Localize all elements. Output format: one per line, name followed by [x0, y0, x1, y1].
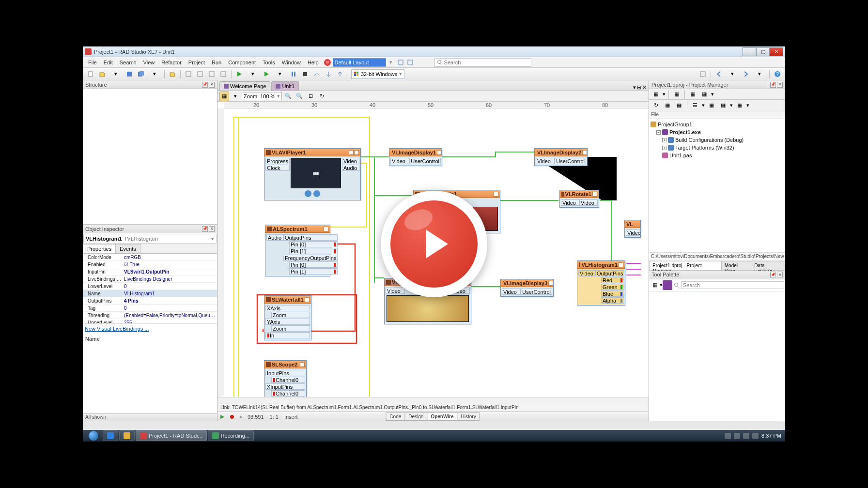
pin-1[interactable]: Pin [1]▮: [289, 248, 338, 254]
step-over-button[interactable]: [312, 69, 322, 79]
dt-btn-1[interactable]: ▦: [219, 92, 229, 101]
oi-row[interactable]: Threading(Enabled=False,Priority=tpNorma…: [83, 312, 217, 319]
tab-properties[interactable]: Properties: [83, 244, 116, 253]
close-panel-icon[interactable]: ✕: [777, 272, 783, 277]
tb-btn-b[interactable]: [195, 69, 205, 79]
nav-fwd-button[interactable]: [741, 69, 751, 79]
refresh-icon[interactable]: ↻: [317, 92, 326, 101]
node-tool-icon[interactable]: [494, 192, 498, 197]
pin-freqoutputpins[interactable]: FrequencyOutputPins: [283, 255, 338, 261]
design-canvas[interactable]: VLAVIPlayer1 Progress Clock ▮▮▮ Video: [224, 108, 649, 397]
run-dropdown[interactable]: ▾: [246, 69, 260, 79]
pin-video-in[interactable]: Video: [386, 288, 405, 294]
play-icon[interactable]: [305, 190, 311, 197]
pm-btn-icon[interactable]: ▦: [735, 101, 744, 110]
oi-grid[interactable]: ColorModecmRGBEnabled☑ TrueInputPinVLSwi…: [83, 254, 217, 323]
nav-back-button[interactable]: [714, 69, 724, 79]
expand-icon[interactable]: +: [662, 138, 666, 142]
menu-search[interactable]: Search: [116, 58, 140, 67]
layout-btn-2[interactable]: [405, 58, 415, 67]
close-panel-icon[interactable]: ✕: [209, 82, 215, 88]
node-cut[interactable]: VL Video: [624, 220, 641, 238]
minimize-button[interactable]: —: [743, 47, 756, 56]
node-tool-icon[interactable]: [300, 362, 305, 367]
pin-video[interactable]: Video: [415, 199, 434, 206]
pin-blue[interactable]: Blue▮: [601, 290, 624, 297]
tb-btn-a[interactable]: [184, 69, 193, 79]
saveall-button[interactable]: [136, 69, 146, 79]
node-histogram[interactable]: VLHistogram1 Video OutputPins Red▮ Green…: [577, 260, 625, 305]
pin-video-out[interactable]: Video: [450, 288, 470, 294]
close-panel-icon[interactable]: ✕: [777, 82, 783, 88]
tab-history[interactable]: History: [457, 412, 480, 421]
status-square-icon[interactable]: ▫: [240, 414, 242, 420]
pin-outputpins[interactable]: OutputPins: [283, 234, 338, 241]
taskbar-item-recording[interactable]: Recording...: [208, 430, 254, 441]
oi-row[interactable]: NameVLHistogram1: [83, 290, 217, 297]
pm-btn-icon[interactable]: ▦: [663, 101, 672, 110]
pin-in[interactable]: ▮In: [265, 332, 310, 338]
zoom-fit-icon[interactable]: ⊡: [306, 92, 315, 101]
pin-video-in[interactable]: Video: [561, 199, 579, 206]
tab-events[interactable]: Events: [115, 244, 140, 253]
folder-button[interactable]: [168, 69, 177, 79]
pin-zoom[interactable]: Zoom: [271, 312, 310, 318]
expand-icon[interactable]: +: [662, 146, 666, 150]
close-button[interactable]: ✕: [770, 47, 783, 56]
project-manager-header[interactable]: Project1.dproj - Project Manager 📌 ✕: [649, 80, 785, 89]
tool-palette-header[interactable]: Tool Palette 📌 ✕: [649, 271, 785, 279]
new-button[interactable]: [86, 69, 95, 79]
oi-new-livebindings-link[interactable]: New Visual LiveBindings ...: [83, 323, 217, 334]
pin-red[interactable]: Red▮: [601, 277, 624, 283]
menu-window[interactable]: Window: [279, 58, 304, 67]
step-out-button[interactable]: [335, 69, 345, 79]
node-imagedisplay1[interactable]: VLImageDisplay1 Video UserControl: [389, 148, 442, 166]
help-red-icon[interactable]: ⦸: [324, 59, 331, 66]
tray-clock[interactable]: 8:37 PM: [761, 433, 781, 439]
pin-0[interactable]: Pin [0]▮: [289, 241, 338, 247]
tab-close-icon[interactable]: ✕: [642, 84, 647, 91]
save-button[interactable]: [124, 69, 134, 79]
node-scope[interactable]: SLScope2 InputPins ▮Channel0 XInputPins …: [264, 360, 307, 397]
menu-component[interactable]: Component: [225, 58, 259, 67]
pm-btn[interactable]: ▦: [688, 90, 698, 99]
pin-xinputpins[interactable]: XInputPins: [265, 383, 305, 390]
node-tool-icon[interactable]: [354, 150, 359, 155]
node-tool-icon[interactable]: [305, 297, 310, 302]
tb-right-1[interactable]: [698, 69, 708, 79]
pm-btn[interactable]: ▦: [699, 90, 709, 99]
tab-model-view[interactable]: Model View: [721, 261, 752, 270]
open-button[interactable]: [97, 69, 107, 79]
structure-header[interactable]: Structure 📌 ✕: [83, 80, 217, 89]
tab-openwire[interactable]: OpenWire: [427, 412, 457, 421]
node-aviplayer[interactable]: VLAVIPlayer1 Progress Clock ▮▮▮ Video: [264, 148, 361, 200]
pin-green[interactable]: Green▮: [601, 284, 624, 290]
horizontal-scrollbar[interactable]: [217, 397, 649, 404]
pin-video[interactable]: Video: [390, 158, 409, 164]
node-tool-icon[interactable]: [619, 262, 623, 267]
ide-search-input[interactable]: [444, 60, 529, 65]
palette-search-input[interactable]: [681, 281, 784, 289]
pin-icon[interactable]: 📌: [770, 272, 776, 277]
play-small-icon[interactable]: ▶: [220, 413, 224, 420]
node-imagedisplay3[interactable]: VLImageDisplay3 Video UserControl: [500, 279, 554, 297]
stop-button[interactable]: [300, 69, 310, 79]
tab-unit1[interactable]: Unit1: [271, 81, 299, 91]
pin-usercontrol[interactable]: UserControl: [521, 289, 552, 295]
layout-dropdown-icon[interactable]: ▾: [386, 58, 396, 67]
menu-help[interactable]: Help: [304, 58, 322, 67]
record-dot-icon[interactable]: [230, 415, 234, 419]
pin-usercontrol[interactable]: UserControl: [555, 158, 586, 164]
maximize-button[interactable]: ▢: [756, 47, 770, 56]
pin-video-out[interactable]: Video: [579, 199, 598, 206]
palette-body[interactable]: [649, 291, 785, 422]
tab-data-explorer[interactable]: Data Explorer: [751, 261, 785, 270]
menu-run[interactable]: Run: [208, 58, 225, 67]
pin-usercontrol[interactable]: UserControl: [409, 158, 441, 164]
node-imagedisplay2[interactable]: VLImageDisplay2 Video UserControl: [534, 148, 588, 166]
layout-combo[interactable]: [333, 58, 386, 67]
pin-audio-out[interactable]: Audio: [342, 165, 359, 171]
system-tray[interactable]: 8:37 PM: [725, 433, 783, 439]
oi-row[interactable]: LowerLevel0: [83, 283, 217, 290]
dt-btn-2[interactable]: ▾: [231, 92, 240, 101]
